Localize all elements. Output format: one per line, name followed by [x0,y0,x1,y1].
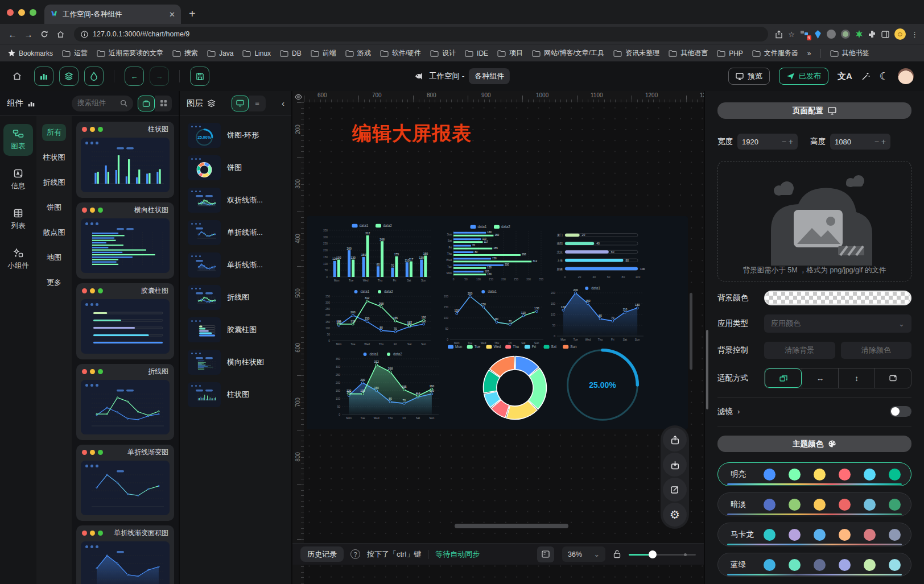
bookmark-folder[interactable]: 网站/博客/文章/工具 [532,48,604,58]
clear-background-button[interactable]: 清除背景 [764,342,835,359]
background-upload-dropzone[interactable]: 背景图需小于 5M ，格式为 png/jpg/gif 的文件 [717,161,911,281]
extension-icon[interactable] [841,30,850,39]
sidebar-item-4[interactable]: 小组件 [3,243,33,275]
single-view-toggle[interactable] [138,96,155,111]
browser-menu-icon[interactable]: ⋮ [911,30,918,39]
theme-color-dot[interactable] [864,499,876,511]
history-button[interactable]: 历史记录 [300,546,344,562]
bookmark-folder[interactable]: 近期需要读的文章 [97,48,163,58]
category-更多[interactable]: 更多 [42,274,66,291]
decrement-icon[interactable]: − [782,137,786,146]
dashboard-preview[interactable]: data1data2050100150200250300350Mon120130… [307,216,688,429]
theme-row-暗淡[interactable]: 暗淡 [717,492,911,516]
fit-width-button[interactable]: ↔ [802,368,838,388]
bg-color-swatch[interactable] [764,291,911,305]
decrement-icon[interactable]: − [874,137,879,146]
theme-row-明亮[interactable]: 明亮 [717,462,911,486]
category-柱状图[interactable]: 柱状图 [39,149,70,166]
dark-mode-moon-icon[interactable]: ☾ [880,70,889,82]
theme-color-dot[interactable] [764,469,776,481]
bookmark-folder[interactable]: 项目 [497,48,523,58]
layer-item[interactable]: 单折线渐... [187,219,284,246]
width-input[interactable]: − + [737,134,798,150]
theme-color-dot[interactable] [789,559,801,571]
zoom-select[interactable]: 36% ⌄ [562,546,605,562]
extensions-puzzle-icon[interactable] [868,30,876,38]
reload-icon[interactable] [38,27,51,41]
bookmark-folder[interactable]: 其他语言 [669,48,708,58]
theme-color-dot[interactable] [789,469,801,481]
theme-color-dot[interactable] [864,469,876,481]
theme-color-dot[interactable] [789,529,801,541]
align-panel-button[interactable] [537,546,554,562]
component-card[interactable]: 单折线渐变图 [76,445,174,521]
side-panel-icon[interactable] [881,31,889,38]
zoom-slider[interactable] [629,550,696,558]
other-bookmarks[interactable]: 其他书签 [830,48,869,58]
workspace-name-badge[interactable]: 各种组件 [469,68,510,84]
theme-color-dot[interactable] [839,529,851,541]
extension-icon[interactable] [814,30,822,39]
layer-item[interactable]: 横向柱状图 [187,349,284,376]
preview-button[interactable]: 预览 [728,68,770,85]
fit-stretch-button[interactable] [874,368,911,388]
site-info-icon[interactable] [81,31,88,38]
close-window-button[interactable] [7,9,14,16]
theme-color-dot[interactable] [839,469,851,481]
clear-color-button[interactable]: 清除颜色 [841,342,912,359]
component-card[interactable]: 单折线渐变面积图 [76,525,174,584]
theme-droplet-button[interactable] [84,67,104,86]
import-button[interactable] [663,453,687,477]
edit-button[interactable] [663,478,687,502]
board-chart-柱状图[interactable]: data1data2050100150200250300350Mon120130… [317,222,434,285]
theme-color-dot[interactable] [889,529,901,541]
help-icon[interactable]: ? [350,549,360,559]
theme-color-dot[interactable] [764,529,776,541]
browser-tab[interactable]: 工作空间-各种组件 ✕ [44,5,181,24]
lock-icon[interactable] [613,550,621,558]
app-type-select[interactable]: 应用颜色 ⌄ [764,314,911,333]
fit-height-button[interactable]: ↕ [838,368,874,388]
bookmark-folder[interactable]: Linux [242,48,271,58]
minimize-window-button[interactable] [18,9,25,16]
user-avatar[interactable] [898,68,914,84]
theme-color-dot[interactable] [839,499,851,511]
theme-color-dot[interactable] [814,529,826,541]
component-card[interactable]: 横向柱状图 [76,202,174,279]
extension-icon[interactable] [827,30,836,39]
bookmark-folder[interactable]: DB [280,48,302,58]
list-view-toggle[interactable]: ≡ [249,96,266,111]
component-search-input[interactable]: 搜索组件 [72,96,133,111]
browser-home-icon[interactable] [53,27,67,41]
height-value[interactable] [835,138,872,146]
save-button[interactable] [190,67,209,86]
board-chart-横向柱状图[interactable]: data1data2050100150200250300350Sun130160… [440,223,548,284]
sidebar-item-3[interactable]: 列表 [3,204,33,235]
board-chart-双折线渐变图[interactable]: data1data2050100150200250300350MonTueWed… [329,350,442,423]
bookmark-folder[interactable]: IDE [465,48,488,58]
sidebar-item-1[interactable]: 图表 [3,124,33,156]
new-tab-button[interactable]: + [189,7,196,20]
maximize-window-button[interactable] [30,9,36,16]
theme-color-dot[interactable] [814,469,826,481]
chevron-right-icon[interactable]: › [737,407,740,416]
panel-scrollbar[interactable] [706,330,708,409]
bookmark-folder[interactable]: 运营 [62,48,88,58]
home-icon[interactable] [10,69,24,83]
browser-back-icon[interactable]: ← [6,27,19,41]
extension-icon[interactable]: 9 [800,30,809,39]
bookmark-folder[interactable]: 搜索 [172,48,198,58]
theme-color-dot[interactable] [889,499,901,511]
dashboard-title-text[interactable]: 编辑大屏报表 [352,121,472,147]
component-card[interactable]: 折线图 [76,364,174,440]
collapse-panel-icon[interactable]: ‹ [282,98,284,108]
fit-auto-button[interactable] [765,368,802,388]
bookmark-star-icon[interactable]: ☆ [788,30,795,39]
category-散点图[interactable]: 散点图 [39,224,70,241]
redo-button[interactable]: → [150,67,169,86]
layers-toggle-button[interactable] [59,67,79,86]
grid-view-toggle[interactable] [155,96,172,111]
share-icon[interactable] [775,30,783,39]
extension-icon[interactable] [855,30,863,38]
bookmark-folder[interactable]: 设计 [430,48,456,58]
